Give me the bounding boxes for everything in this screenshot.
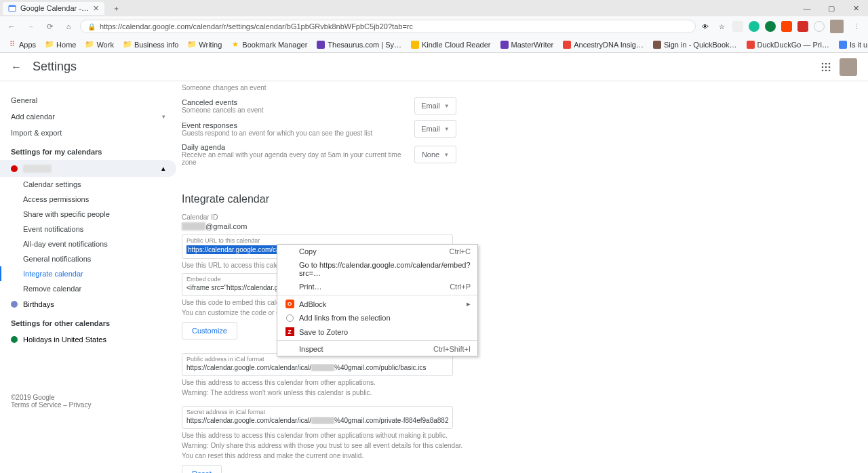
context-menu: CopyCtrl+C Go to https://calendar.google… xyxy=(277,244,478,356)
bookmark-item[interactable]: Is it up? xyxy=(835,39,868,50)
context-adblock[interactable]: OAdBlock▸ xyxy=(277,297,477,311)
chevron-down-icon: ▼ xyxy=(444,103,450,109)
circle-icon xyxy=(284,314,295,322)
ext-icon-adblock[interactable] xyxy=(781,21,792,32)
sidebar-add-calendar[interactable]: Add calendar▾ xyxy=(0,108,176,125)
home-button[interactable]: ⌂ xyxy=(61,19,76,34)
sidebar-calendar-birthdays[interactable]: Birthdays xyxy=(0,296,176,312)
q-icon xyxy=(653,41,661,49)
notification-row: Daily agendaReceive an email with your a… xyxy=(182,140,456,169)
sidebar-sub-integrate-calendar[interactable]: Integrate calendar xyxy=(0,266,176,281)
bookmark-item[interactable]: 📁Work xyxy=(81,39,117,50)
context-addlinks[interactable]: Add links from the selection xyxy=(277,311,477,325)
browser-menu-icon[interactable]: ⋮ xyxy=(849,19,864,34)
sidebar-sub-remove-calendar[interactable]: Remove calendar xyxy=(0,281,176,296)
ical-secret-box[interactable]: Secret address in iCal format https://ca… xyxy=(182,406,453,429)
ext-icon-lastpass[interactable] xyxy=(797,21,808,32)
bookmark-item[interactable]: 📁Writing xyxy=(184,39,226,50)
svg-point-5 xyxy=(822,66,824,68)
bookmark-item[interactable]: ⠿Apps xyxy=(4,39,40,50)
url-field[interactable]: 🔒 https://calendar.google.com/calendar/r… xyxy=(80,20,696,33)
context-zotero[interactable]: ZSave to Zotero xyxy=(277,325,477,339)
svg-point-9 xyxy=(825,69,827,71)
ical-public-box[interactable]: Public address in iCal format https://ca… xyxy=(182,353,453,376)
customize-button[interactable]: Customize xyxy=(182,322,237,340)
ical-public-value[interactable]: https://calendar.google.com/calendar/ica… xyxy=(186,364,448,371)
maximize-button[interactable]: ▢ xyxy=(819,0,844,16)
bookmark-item[interactable]: Sign in - QuickBook… xyxy=(649,39,741,50)
bookmark-item[interactable]: MasterWriter xyxy=(496,39,558,50)
bookmark-item[interactable]: Thesaurus.com | Sy… xyxy=(313,39,406,50)
ext-icon-green[interactable] xyxy=(765,21,776,32)
folder-icon: 📁 xyxy=(85,41,94,49)
calendar-id-label: Calendar ID xyxy=(182,213,868,221)
bookmark-item[interactable]: 📁Business info xyxy=(119,39,182,50)
notification-dropdown[interactable]: None▼ xyxy=(414,146,456,163)
ical-secret-reset-hint: You can reset this address and make the … xyxy=(182,452,868,459)
sidebar-calendar-holidays[interactable]: Holidays in United States xyxy=(0,331,176,348)
sidebar-heading-other-calendars: Settings for other calendars xyxy=(0,312,176,331)
sidebar-general[interactable]: General xyxy=(0,92,176,108)
reload-button[interactable]: ⟳ xyxy=(42,19,57,34)
settings-back-button[interactable]: ← xyxy=(11,61,22,73)
row-title: Canceled events xyxy=(182,98,414,106)
new-tab-button[interactable]: ＋ xyxy=(108,1,123,16)
star-icon[interactable]: ☆ xyxy=(716,21,727,32)
context-separator xyxy=(277,295,477,295)
row-title: Event responses xyxy=(182,121,414,129)
svg-point-8 xyxy=(822,69,824,71)
ical-secret-value[interactable]: https://calendar.google.com/calendar/ica… xyxy=(186,417,448,424)
sidebar-sub-calendar-settings[interactable]: Calendar settings xyxy=(0,177,176,192)
ext-icon-grammarly[interactable] xyxy=(749,21,760,32)
context-goto[interactable]: Go to https://calendar.google.com/calend… xyxy=(277,258,477,280)
svg-rect-1 xyxy=(9,5,16,7)
notification-row: Canceled eventsSomeone cancels an eventE… xyxy=(182,94,456,117)
a-icon xyxy=(563,41,571,49)
browser-tab[interactable]: Google Calendar - Calendar sett ✕ xyxy=(3,2,104,15)
context-inspect[interactable]: InspectCtrl+Shift+I xyxy=(277,342,477,356)
ext-icon-eye[interactable]: 👁 xyxy=(700,21,711,32)
context-copy[interactable]: CopyCtrl+C xyxy=(277,245,477,258)
reset-button[interactable]: Reset xyxy=(182,465,222,473)
sidebar-sub-general-notifications[interactable]: General notifications xyxy=(0,251,176,266)
row-subtitle: Guests respond to an event for which you… xyxy=(182,129,414,137)
calendar-color-dot xyxy=(11,301,18,308)
ext-icon-1[interactable] xyxy=(732,21,743,32)
sidebar-sub-event-notifications[interactable]: Event notifications xyxy=(0,222,176,236)
ext-icon-circle[interactable] xyxy=(814,21,825,32)
forward-button[interactable]: → xyxy=(23,19,38,34)
context-print[interactable]: Print…Ctrl+P xyxy=(277,280,477,293)
close-window-button[interactable]: ✕ xyxy=(844,0,868,16)
lock-icon: 🔒 xyxy=(87,23,96,30)
settings-sidebar: General Add calendar▾ Import & export Se… xyxy=(0,81,176,473)
google-apps-icon[interactable] xyxy=(821,62,831,73)
bookmarks-bar: ⠿Apps📁Home📁Work📁Business info📁Writing★Bo… xyxy=(0,37,868,53)
tab-bar: Google Calendar - Calendar sett ✕ ＋ — ▢ … xyxy=(0,0,868,16)
bookmark-item[interactable]: Kindle Cloud Reader xyxy=(407,39,495,50)
minimize-button[interactable]: — xyxy=(795,0,819,16)
notification-dropdown[interactable]: Email▼ xyxy=(414,97,456,115)
bookmark-item[interactable]: ★Bookmark Manager xyxy=(227,39,311,50)
app-header: ← Settings xyxy=(0,53,868,81)
account-avatar[interactable] xyxy=(840,58,857,76)
chevron-down-icon: ▼ xyxy=(443,152,449,158)
bookmark-item[interactable]: AncestryDNA Insig… xyxy=(559,39,648,50)
back-button[interactable]: ← xyxy=(4,19,19,34)
bookmark-item[interactable]: DuckDuckGo — Pri… xyxy=(743,39,833,50)
svg-point-4 xyxy=(829,62,831,64)
tos-link[interactable]: Terms of Service xyxy=(11,401,61,409)
privacy-link[interactable]: Privacy xyxy=(69,401,92,409)
row-subtitle: Someone changes an event xyxy=(182,84,456,91)
sidebar-import-export[interactable]: Import & export xyxy=(0,125,176,141)
sidebar-calendar-mine[interactable]: x ▴ xyxy=(0,160,176,177)
sidebar-sub-share-people[interactable]: Share with specific people xyxy=(0,207,176,222)
notification-dropdown[interactable]: Email▼ xyxy=(414,120,456,138)
sidebar-sub-allday-notifications[interactable]: All-day event notifications xyxy=(0,236,176,251)
bookmark-item[interactable]: 📁Home xyxy=(41,39,80,50)
profile-avatar[interactable] xyxy=(830,20,844,33)
folder-icon: 📁 xyxy=(45,41,54,49)
calendar-favicon xyxy=(8,4,16,12)
i-icon xyxy=(839,41,847,49)
close-tab-icon[interactable]: ✕ xyxy=(93,4,99,13)
sidebar-sub-access-permissions[interactable]: Access permissions xyxy=(0,192,176,207)
